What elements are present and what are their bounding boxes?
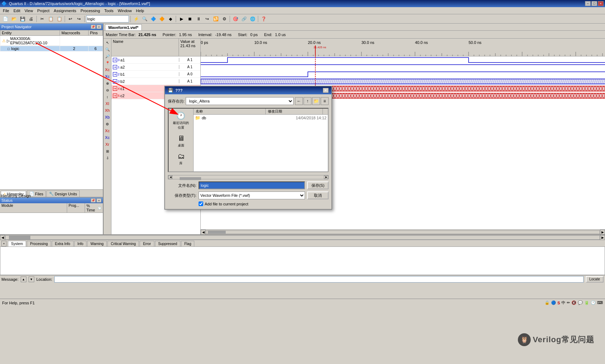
menu-tools[interactable]: Tools [102,8,116,14]
main-scrollbar-thumb[interactable] [9,236,30,239]
tab-critical-warning[interactable]: Critical Warning [108,241,139,246]
nav-pin-btn[interactable]: 📌 [91,25,96,29]
msg-down-btn[interactable]: ▼ [29,276,34,282]
tab-system[interactable]: System [8,241,26,246]
nav-row-logic[interactable]: □ logic 2 6 [0,46,103,51]
dlg-scroll-right[interactable]: ▶ [324,175,328,179]
signal-row-2[interactable]: ⇒ 2 b1 A 0 [111,71,200,78]
tool-xc3[interactable]: Xc [104,128,111,134]
tb-help[interactable]: ❓ [260,15,268,23]
menu-project[interactable]: Project [35,8,51,14]
tool-down[interactable]: ⇩ [104,155,111,161]
col-date-header[interactable]: 修改日期 [266,109,323,114]
dialog-h-scrollbar[interactable]: ◀ ▶ [168,175,329,179]
tab-error[interactable]: Error [140,241,154,246]
dlg-scroll-left[interactable]: ◀ [168,175,172,179]
h-scrollbar[interactable]: ◀ ▶ [201,229,605,234]
save-location-select[interactable]: logic_Altera [186,97,294,105]
new-folder-btn[interactable]: 📁 [312,97,320,105]
tb-btn9[interactable]: 🔗 [240,15,248,23]
nav-up-btn[interactable]: ↑ [304,97,311,105]
signal-row-1[interactable]: ⇒ 1 a2 A 1 [111,64,200,71]
menu-assignments[interactable]: Assignments [52,8,79,14]
cancel-btn[interactable]: 取消 [307,191,329,199]
tool-delete[interactable]: ⊖ [104,87,111,93]
waveform-tab-active[interactable]: Waveform1.vwf* [105,24,142,30]
save-btn[interactable]: 💾 [19,15,26,23]
locate-btn[interactable]: Locate [586,276,604,283]
tab-extra-info[interactable]: Extra Info [52,241,74,246]
tb-btn7[interactable]: ⚙ [220,15,228,23]
tb-run[interactable]: ▶ [178,15,185,23]
tb-btn4[interactable]: 🔶 [158,15,166,23]
tb-btn1[interactable]: ⚡ [132,15,140,23]
add-to-project-checkbox[interactable] [199,201,203,206]
tool-add-node[interactable]: ⊕ [104,80,111,86]
close-message-btn[interactable]: × [1,241,6,246]
tab-hierarchy[interactable]: ⚠ Hierarchy [1,191,26,197]
tool-xc2[interactable]: Xc [104,73,111,80]
location-input[interactable] [54,276,584,283]
status-close-btn[interactable]: × [96,198,101,203]
fs-recent[interactable]: 🕐 最近访问的位置 [170,110,192,131]
menu-edit[interactable]: Edit [11,8,22,14]
tool-select[interactable]: ↖ [104,39,111,46]
tool-zoom-out[interactable]: 🔎 [104,53,111,59]
tool-gear[interactable]: ⚙ [104,121,111,127]
col-name-header[interactable]: 名称 [194,109,266,114]
menu-processing[interactable]: Processing [79,8,102,14]
filetype-select[interactable]: Vector Waveform File (*.vwf) [199,191,305,199]
tb-pause[interactable]: ⏸ [195,15,202,23]
view-toggle-btn[interactable]: ≡ [321,97,329,105]
tab-warning[interactable]: Warning [87,241,107,246]
paste-btn[interactable]: 📋 [55,15,63,23]
fs-library[interactable]: 🗂 库 [170,151,192,167]
undo-btn[interactable]: ↩ [66,15,74,23]
tb-btn6[interactable]: 🔁 [212,15,220,23]
fs-computer[interactable]: 💻 计算机 [170,169,192,172]
tool-sort[interactable]: ↕ [104,94,111,100]
tool-grid[interactable]: ⊞ [104,148,111,154]
msg-up-btn[interactable]: ▲ [21,276,26,282]
save-btn[interactable]: 保存(S) [307,181,329,189]
open-btn[interactable]: 📂 [10,15,18,23]
new-btn[interactable]: 📄 [1,15,9,23]
tool-zoom-in[interactable]: 🔍 [104,46,111,53]
fs-desktop[interactable]: 🖥 桌面 [170,133,192,149]
tb-btn10[interactable]: 🌐 [249,15,256,23]
tb-btn2[interactable]: 🔍 [141,15,149,23]
menu-help[interactable]: Help [134,8,146,14]
restore-btn[interactable]: □ [591,1,597,6]
tool-xc1[interactable]: Xc [104,66,111,73]
main-scroll-left[interactable]: ◀ [0,235,5,240]
minimize-btn[interactable]: − [585,1,591,6]
entity-input[interactable] [86,15,129,23]
tab-info[interactable]: Info [74,241,87,246]
tab-suppressed[interactable]: Suppressed [155,241,180,246]
menu-file[interactable]: File [1,8,11,14]
tool-xc4[interactable]: Xc [104,134,111,141]
tb-stop[interactable]: ⏹ [186,15,194,23]
tool-snap[interactable]: 📍 [104,60,111,66]
tool-xl1[interactable]: Xl [104,100,111,107]
nav-close-btn[interactable]: × [96,25,101,29]
tb-btn5[interactable]: ◆ [166,15,174,23]
cut-btn[interactable]: ✂ [38,15,46,23]
tb-step[interactable]: ↪ [203,15,211,23]
nav-row-device[interactable]: ⚠ ▷ MAX3000A: EPM3128ATC100-10 [0,36,103,46]
scroll-right-btn[interactable]: ▶ [600,230,605,235]
close-btn[interactable]: × [598,1,604,6]
tb-btn3[interactable]: 🔷 [149,15,157,23]
tab-flag[interactable]: Flag [181,241,194,246]
tool-xb1[interactable]: Xb [104,114,111,120]
tab-files[interactable]: 📄 Files [27,190,46,197]
dialog-close-btn[interactable]: × [323,88,329,93]
tool-xh1[interactable]: Xh [104,107,111,114]
menu-window[interactable]: Window [116,8,134,14]
status-pin-btn[interactable]: 📌 [91,198,96,203]
main-scroll-right[interactable]: ▶ [600,235,605,240]
scrollbar-thumb[interactable] [208,231,226,234]
filename-input[interactable] [199,181,305,189]
signal-row-3[interactable]: ⇒ 3 b2 A 1 [111,78,200,85]
print-btn[interactable]: 🖨 [27,15,35,23]
